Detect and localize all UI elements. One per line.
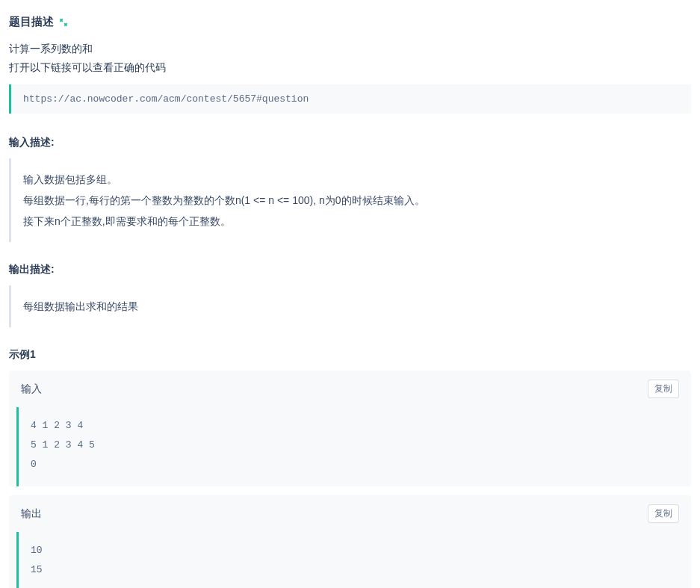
example-output-content: 10 15	[16, 532, 684, 588]
input-desc-title: 输入描述:	[9, 136, 691, 149]
copy-output-button[interactable]: 复制	[648, 504, 679, 523]
input-desc-box: 输入数据包括多组。 每组数据一行,每行的第一个整数为整数的个数n(1 <= n …	[9, 158, 691, 242]
input-desc-line-1: 输入数据包括多组。	[23, 169, 679, 190]
code-link-block: https://ac.nowcoder.com/acm/contest/5657…	[9, 84, 691, 114]
output-desc-box: 每组数据输出求和的结果	[9, 285, 691, 327]
output-desc-content: 每组数据输出求和的结果	[23, 296, 679, 317]
example-input-panel: 输入 复制 4 1 2 3 4 5 1 2 3 4 5 0	[9, 371, 691, 486]
expand-collapse-icon[interactable]	[58, 17, 69, 28]
output-desc-title: 输出描述:	[9, 263, 691, 276]
copy-input-button[interactable]: 复制	[648, 380, 679, 398]
problem-title-header: 题目描述	[9, 15, 691, 29]
description-block: 计算一系列数的和 打开以下链接可以查看正确的代码	[9, 40, 691, 77]
example-input-header: 输入 复制	[9, 371, 691, 407]
description-line-2: 打开以下链接可以查看正确的代码	[9, 58, 691, 77]
example-title: 示例1	[9, 348, 691, 362]
example-input-label: 输入	[21, 383, 42, 396]
example-output-header: 输出 复制	[9, 495, 691, 532]
description-line-1: 计算一系列数的和	[9, 40, 691, 58]
example-input-content: 4 1 2 3 4 5 1 2 3 4 5 0	[16, 407, 684, 486]
problem-title-text: 题目描述	[9, 15, 54, 29]
example-output-panel: 输出 复制 10 15	[9, 495, 691, 588]
input-desc-line-3: 接下来n个正整数,即需要求和的每个正整数。	[23, 211, 679, 232]
example-output-label: 输出	[21, 507, 42, 521]
input-desc-line-2: 每组数据一行,每行的第一个整数为整数的个数n(1 <= n <= 100), n…	[23, 190, 679, 211]
